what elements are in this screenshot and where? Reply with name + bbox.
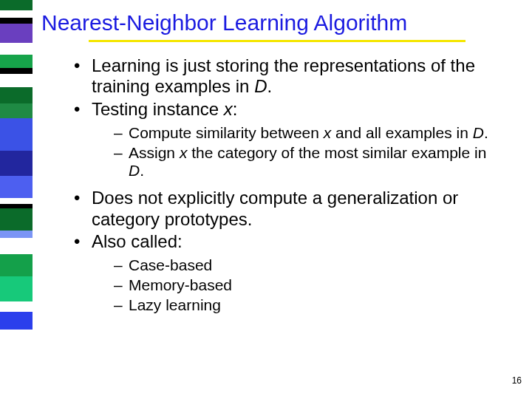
sidebar-stripe [0,87,33,103]
list-item: Compute similarity between x and all exa… [114,124,499,143]
text: Also called: [92,231,183,251]
sidebar-stripe [0,208,33,231]
title-underline [89,40,466,42]
text: Compute similarity between [129,124,324,141]
sidebar-stripe [0,10,33,18]
text: . [267,76,272,96]
text: the category of the most similar example… [187,144,486,161]
text-italic: x [224,99,233,119]
text: and all examples in [331,124,472,141]
sidebar-stripe [0,118,33,151]
sub-list: Case-based Memory-based Lazy learning [114,256,499,314]
sidebar-stripe [0,18,33,24]
list-item: Learning is just storing the representat… [74,55,499,98]
sidebar-stripe [0,43,33,55]
sub-list: Compute similarity between x and all exa… [114,124,499,180]
bullet-list: Learning is just storing the representat… [74,55,499,314]
sidebar-stripe [0,103,33,118]
sidebar-stripe [0,198,33,204]
sidebar-stripe [0,231,33,238]
sidebar-stripe [0,55,33,68]
text-italic: D [129,162,140,179]
sidebar-stripe [0,151,33,176]
sidebar-stripe [0,238,33,254]
decorative-sidebar [0,0,33,399]
text-italic: x [180,144,188,161]
sidebar-stripe [0,312,33,330]
sidebar-stripe [0,0,33,10]
text: : [233,99,238,119]
sidebar-stripe [0,301,33,312]
sidebar-stripe [0,68,33,74]
page-number: 16 [512,375,522,386]
text: Assign [129,144,180,161]
sidebar-stripe [0,74,33,87]
text-italic: D [254,76,267,96]
list-item: Assign x the category of the most simila… [114,144,499,181]
text-italic: D [473,124,484,141]
text: . [484,124,488,141]
sidebar-stripe [0,176,33,198]
list-item: Case-based [114,256,499,275]
sidebar-stripe [0,276,33,301]
list-item: Memory-based [114,276,499,295]
list-item: Lazy learning [114,296,499,315]
text: Testing instance [92,99,224,119]
sidebar-stripe [0,24,33,43]
sidebar-stripe [0,330,33,399]
list-item: Also called: Case-based Memory-based Laz… [74,231,499,315]
text: Learning is just storing the representat… [92,55,475,96]
slide-content: Nearest-Neighbor Learning Algorithm Lear… [41,10,499,321]
text-italic: x [324,124,332,141]
list-item: Testing instance x: Compute similarity b… [74,99,499,181]
sidebar-stripe [0,254,33,276]
text: . [140,162,144,179]
list-item: Does not explicitly compute a generaliza… [74,188,499,230]
slide-title: Nearest-Neighbor Learning Algorithm [41,10,499,35]
